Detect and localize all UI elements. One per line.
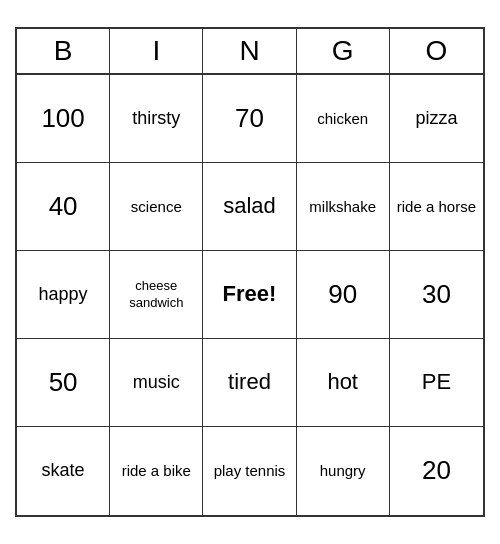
bingo-cell: 40 — [17, 163, 110, 251]
bingo-cell: tired — [203, 339, 296, 427]
bingo-cell: play tennis — [203, 427, 296, 515]
header-letter: B — [17, 29, 110, 73]
bingo-cell: Free! — [203, 251, 296, 339]
bingo-cell: music — [110, 339, 203, 427]
bingo-cell: 90 — [297, 251, 390, 339]
bingo-cell: hot — [297, 339, 390, 427]
bingo-cell: 100 — [17, 75, 110, 163]
bingo-grid: 100thirsty70chickenpizza40sciencesaladmi… — [17, 75, 483, 515]
bingo-cell: 30 — [390, 251, 483, 339]
bingo-cell: 20 — [390, 427, 483, 515]
bingo-cell: thirsty — [110, 75, 203, 163]
bingo-header: BINGO — [17, 29, 483, 75]
bingo-cell: 50 — [17, 339, 110, 427]
header-letter: I — [110, 29, 203, 73]
header-letter: O — [390, 29, 483, 73]
bingo-cell: happy — [17, 251, 110, 339]
bingo-cell: hungry — [297, 427, 390, 515]
header-letter: G — [297, 29, 390, 73]
header-letter: N — [203, 29, 296, 73]
bingo-cell: cheese sandwich — [110, 251, 203, 339]
bingo-card: BINGO 100thirsty70chickenpizza40sciences… — [15, 27, 485, 517]
bingo-cell: science — [110, 163, 203, 251]
bingo-cell: PE — [390, 339, 483, 427]
bingo-cell: salad — [203, 163, 296, 251]
bingo-cell: milkshake — [297, 163, 390, 251]
bingo-cell: ride a bike — [110, 427, 203, 515]
bingo-cell: 70 — [203, 75, 296, 163]
bingo-cell: pizza — [390, 75, 483, 163]
bingo-cell: ride a horse — [390, 163, 483, 251]
bingo-cell: skate — [17, 427, 110, 515]
bingo-cell: chicken — [297, 75, 390, 163]
